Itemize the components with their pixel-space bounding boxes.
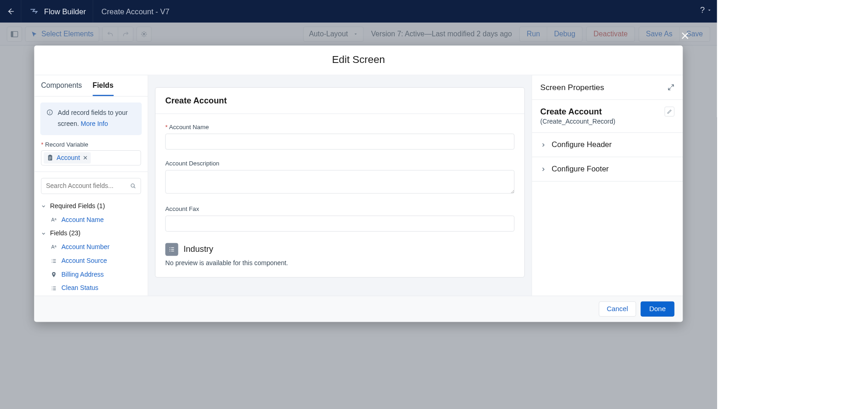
back-button[interactable] (0, 0, 21, 23)
picklist-icon (165, 243, 178, 256)
flow-name: Create Account - V7 (93, 7, 178, 16)
properties-panel: Screen Properties Create Account (Create… (532, 75, 683, 296)
arrow-left-icon (6, 8, 14, 16)
topbar: Flow Builder Create Account - V7 ? (0, 0, 717, 23)
edit-screen-modal: Edit Screen Components Fields Add record… (34, 45, 683, 322)
search-icon (130, 182, 136, 189)
flow-builder-icon (27, 6, 42, 16)
form-title: Create Account (155, 88, 524, 114)
no-preview-note: No preview is available for this compone… (165, 260, 514, 267)
picklist-icon (50, 258, 58, 264)
record-variable-label: * Record Variable (41, 141, 141, 148)
svg-point-7 (131, 184, 134, 187)
field-search-input[interactable] (46, 182, 126, 190)
account-fax-label: Account Fax (165, 206, 514, 213)
help-icon: ? (700, 6, 705, 15)
account-name-input[interactable] (165, 134, 514, 150)
location-icon (50, 271, 58, 277)
field-item-clean-status[interactable]: Clean Status (41, 281, 141, 295)
svg-point-4 (49, 111, 50, 111)
info-box: Add record fields to your screen. More I… (40, 102, 142, 135)
left-panel: Components Fields Add record fields to y… (34, 75, 148, 296)
text-icon: Aa (50, 244, 58, 250)
account-description-label: Account Description (165, 160, 514, 167)
chevron-down-icon (41, 204, 46, 209)
close-icon (680, 31, 690, 40)
properties-title: Screen Properties (540, 83, 604, 92)
form-preview[interactable]: Create Account * Account Name Account De… (155, 87, 525, 278)
account-name-label: * Account Name (165, 124, 514, 131)
field-list: Required Fields (1) Aa Account Name Fiel… (34, 199, 148, 295)
field-item-account-name[interactable]: Aa Account Name (41, 213, 141, 227)
expand-button[interactable] (667, 84, 674, 91)
modal-title: Edit Screen (34, 45, 683, 75)
field-item-account-number[interactable]: Aa Account Number (41, 240, 141, 254)
screen-api-name: (Create_Account_Record) (540, 118, 615, 126)
pencil-icon (667, 109, 673, 114)
configure-footer-accordion[interactable]: Configure Footer (532, 157, 683, 182)
caret-down-icon (707, 8, 712, 12)
info-icon (46, 109, 53, 116)
done-button[interactable]: Done (641, 301, 675, 317)
clipboard-icon (47, 154, 54, 161)
screen-canvas: Create Account * Account Name Account De… (148, 75, 531, 296)
industry-label: Industry (184, 244, 213, 254)
tab-fields[interactable]: Fields (92, 75, 113, 96)
more-info-link[interactable]: More Info (81, 120, 108, 128)
chevron-down-icon (41, 231, 46, 236)
section-fields[interactable]: Fields (23) (41, 227, 141, 240)
record-variable-input[interactable]: Account ✕ (41, 150, 141, 165)
tab-components[interactable]: Components (41, 75, 82, 96)
modal-footer: Cancel Done (34, 295, 683, 322)
cancel-button[interactable]: Cancel (599, 301, 636, 317)
app-title: Flow Builder (42, 0, 93, 23)
svg-rect-6 (49, 155, 52, 156)
account-fax-input[interactable] (165, 216, 514, 232)
section-required-fields[interactable]: Required Fields (1) (41, 199, 141, 213)
close-modal-button[interactable] (680, 31, 690, 40)
configure-header-accordion[interactable]: Configure Header (532, 133, 683, 157)
help-menu[interactable]: ? (700, 6, 712, 15)
field-item-billing-address[interactable]: Billing Address (41, 267, 141, 281)
chevron-right-icon (540, 166, 546, 172)
field-item-account-source[interactable]: Account Source (41, 254, 141, 267)
screen-label: Create Account (540, 107, 615, 116)
picklist-icon (50, 285, 58, 291)
record-variable-pill: Account ✕ (44, 152, 91, 164)
edit-label-button[interactable] (665, 107, 674, 116)
record-variable-value: Account (57, 154, 80, 162)
industry-component[interactable]: Industry (165, 243, 514, 256)
left-tabs: Components Fields (34, 75, 148, 97)
text-icon: Aa (50, 217, 58, 222)
chevron-right-icon (540, 142, 546, 148)
account-description-input[interactable] (165, 170, 514, 193)
expand-icon (667, 84, 674, 91)
svg-rect-5 (48, 155, 52, 160)
remove-variable-button[interactable]: ✕ (83, 154, 88, 162)
field-search[interactable] (41, 178, 141, 194)
